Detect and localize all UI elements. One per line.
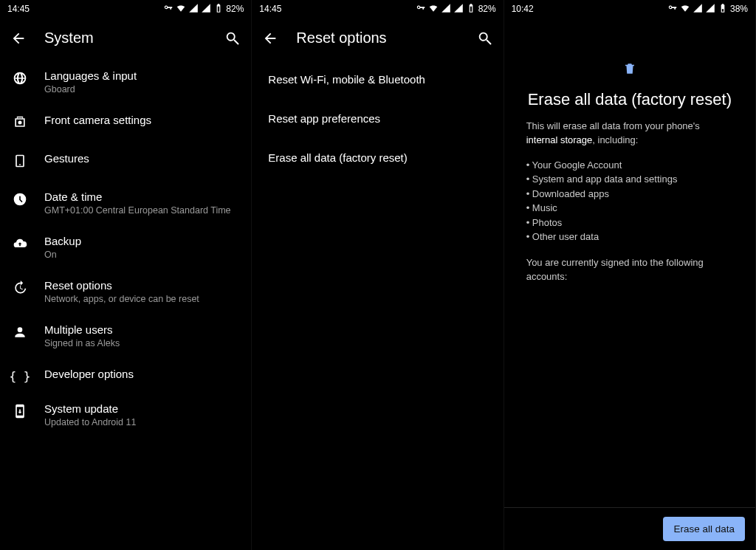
wifi-icon — [680, 3, 690, 16]
battery-percent: 82% — [478, 4, 496, 14]
status-bar: 10:42 38% — [504, 0, 755, 18]
status-bar: 14:45 82% — [252, 0, 503, 18]
screen-erase-all-data: 10:42 38% Erase all data (factory reset)… — [504, 0, 756, 550]
item-label: Gestures — [44, 152, 239, 165]
braces-icon: { } — [10, 369, 31, 383]
item-system-update[interactable]: System updateUpdated to Android 11 — [0, 393, 251, 437]
signal-icon — [693, 3, 703, 16]
person-icon — [13, 325, 27, 343]
battery-icon — [213, 3, 224, 16]
trash-icon — [520, 61, 739, 77]
item-sub: GMT+01:00 Central European Standard Time — [44, 205, 239, 216]
battery-icon — [466, 3, 476, 16]
reset-options-list: Reset Wi-Fi, mobile & Bluetooth Reset ap… — [252, 60, 503, 550]
item-sub: Updated to Android 11 — [44, 417, 239, 427]
bullet-item: Other user data — [526, 230, 733, 244]
signal-icon — [441, 3, 451, 16]
erase-title: Erase all data (factory reset) — [520, 90, 739, 109]
accounts-note: You are currently signed into the follow… — [520, 256, 739, 284]
item-label: Reset Wi-Fi, mobile & Bluetooth — [268, 73, 425, 86]
gesture-icon — [13, 154, 27, 171]
item-reset-app-prefs[interactable]: Reset app preferences — [252, 99, 503, 138]
item-label: Front camera settings — [44, 114, 239, 126]
erase-description: This will erase all data from your phone… — [520, 120, 739, 148]
screen-system: 14:45 82% System Languages & inputGboard… — [0, 0, 252, 550]
item-label: Backup — [44, 235, 239, 247]
app-bar: System — [0, 18, 251, 60]
status-time: 10:42 — [512, 4, 534, 14]
erase-all-data-button[interactable]: Erase all data — [663, 517, 745, 541]
search-button[interactable] — [224, 30, 241, 47]
item-front-camera[interactable]: Front camera settings — [0, 104, 251, 142]
front-camera-icon — [13, 115, 27, 133]
status-icons: 38% — [667, 3, 748, 16]
wifi-icon — [428, 3, 439, 16]
battery-icon — [718, 3, 728, 16]
item-label: Reset options — [44, 279, 239, 292]
button-bar: Erase all data — [504, 507, 755, 550]
item-reset-options[interactable]: Reset optionsNetwork, apps, or device ca… — [0, 269, 251, 314]
status-time: 14:45 — [7, 4, 30, 14]
page-title: Reset options — [296, 30, 458, 47]
bullet-item: Downloaded apps — [526, 187, 733, 202]
page-title: System — [44, 30, 207, 47]
status-icons: 82% — [163, 3, 244, 16]
back-button[interactable] — [262, 30, 278, 47]
item-label: Multiple users — [44, 323, 239, 336]
status-time: 14:45 — [259, 4, 281, 14]
status-bar: 14:45 82% — [0, 0, 251, 18]
app-bar: Reset options — [252, 18, 503, 60]
battery-percent: 38% — [730, 4, 748, 14]
cloud-upload-icon — [13, 236, 27, 254]
item-multiple-users[interactable]: Multiple usersSigned in as Aleks — [0, 314, 251, 358]
clock-icon — [13, 192, 27, 210]
signal-icon — [188, 3, 199, 16]
key-icon — [416, 3, 426, 16]
item-sub: On — [44, 250, 239, 260]
erase-content: Erase all data (factory reset) This will… — [504, 18, 755, 507]
bullet-item: Music — [526, 201, 733, 216]
search-button[interactable] — [477, 30, 493, 47]
item-gestures[interactable]: Gestures — [0, 142, 251, 181]
item-label: Languages & input — [44, 69, 239, 82]
item-label: Reset app preferences — [268, 112, 380, 125]
item-label: System update — [44, 402, 239, 415]
erase-bullet-list: Your Google Account System and app data … — [520, 158, 739, 256]
bullet-item: Your Google Account — [526, 158, 733, 173]
globe-icon — [13, 71, 27, 89]
item-erase-all-data[interactable]: Erase all data (factory reset) — [252, 138, 503, 177]
item-sub: Signed in as Aleks — [44, 338, 239, 348]
item-languages-input[interactable]: Languages & inputGboard — [0, 60, 251, 104]
item-backup[interactable]: BackupOn — [0, 225, 251, 269]
bullet-item: Photos — [526, 216, 733, 230]
item-label: Date & time — [44, 190, 239, 203]
signal-icon-2 — [705, 3, 715, 16]
wifi-icon — [176, 3, 186, 16]
screen-reset-options: 14:45 82% Reset options Reset Wi-Fi, mob… — [252, 0, 504, 550]
item-label: Developer options — [44, 368, 239, 380]
item-reset-wifi-mobile-bt[interactable]: Reset Wi-Fi, mobile & Bluetooth — [252, 60, 503, 99]
system-update-icon — [13, 404, 27, 422]
bullet-item: System and app data and settings — [526, 172, 733, 187]
item-date-time[interactable]: Date & timeGMT+01:00 Central European St… — [0, 181, 251, 225]
history-icon — [13, 281, 27, 298]
item-developer-options[interactable]: { } Developer options — [0, 358, 251, 393]
item-sub: Gboard — [44, 84, 239, 94]
signal-icon-2 — [201, 3, 211, 16]
battery-percent: 82% — [226, 4, 244, 14]
item-sub: Network, apps, or device can be reset — [44, 294, 239, 304]
signal-icon-2 — [453, 3, 464, 16]
back-button[interactable] — [10, 30, 27, 47]
key-icon — [667, 3, 678, 16]
key-icon — [163, 3, 173, 16]
status-icons: 82% — [416, 3, 496, 16]
item-label: Erase all data (factory reset) — [268, 151, 407, 164]
settings-list: Languages & inputGboard Front camera set… — [0, 60, 251, 550]
